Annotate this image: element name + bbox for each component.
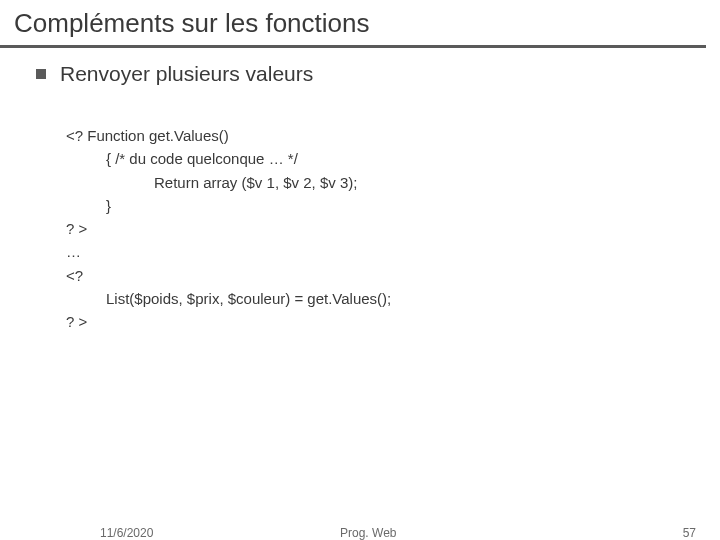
code-line: Return array ($v 1, $v 2, $v 3); — [66, 171, 720, 194]
code-line: { /* du code quelconque … */ — [66, 147, 720, 170]
code-line: <? Function get.Values() — [66, 124, 720, 147]
code-line: … — [66, 240, 720, 263]
code-block: <? Function get.Values() { /* du code qu… — [36, 86, 720, 333]
code-line: ? > — [66, 217, 720, 240]
code-line: ? > — [66, 310, 720, 333]
footer-page: 57 — [683, 526, 696, 540]
square-bullet-icon — [36, 69, 46, 79]
footer-mid: Prog. Web — [340, 526, 396, 540]
code-line: <? — [66, 264, 720, 287]
subtitle: Renvoyer plusieurs valeurs — [60, 62, 313, 86]
slide: Compléments sur les fonctions Renvoyer p… — [0, 0, 720, 540]
footer-date: 11/6/2020 — [100, 526, 153, 540]
code-line: } — [66, 194, 720, 217]
content-area: Renvoyer plusieurs valeurs <? Function g… — [0, 48, 720, 333]
bullet-row: Renvoyer plusieurs valeurs — [36, 62, 720, 86]
code-line: List($poids, $prix, $couleur) = get.Valu… — [66, 287, 720, 310]
slide-title: Compléments sur les fonctions — [0, 0, 720, 43]
